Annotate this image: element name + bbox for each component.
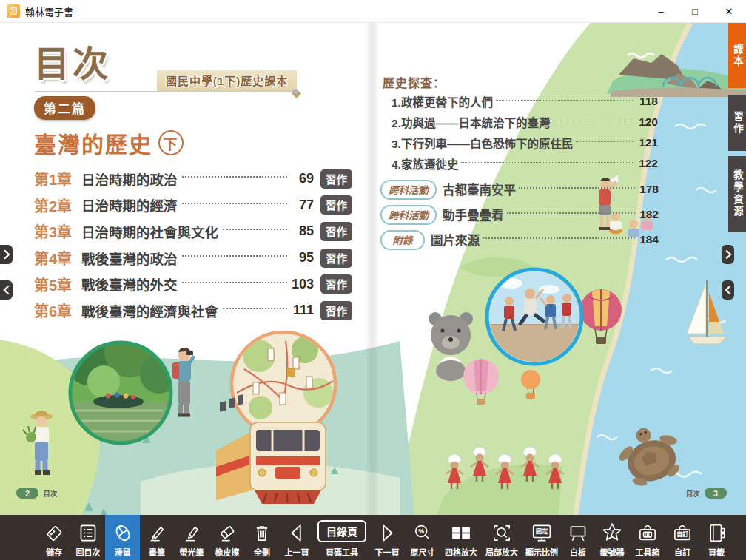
svg-text:自訂: 自訂	[676, 530, 688, 538]
eraser-icon	[215, 522, 240, 544]
explore-page: 120	[637, 115, 658, 129]
chapter-page: 95	[290, 250, 314, 266]
toolbar-custom[interactable]: 自訂 自訂	[665, 515, 699, 560]
activity-row[interactable]: 跨科活動 動手疊疊看 182	[380, 202, 659, 227]
toolbar-save[interactable]: 儲存	[37, 515, 71, 560]
toolbar-whiteboard[interactable]: 白板	[562, 515, 594, 560]
chevron-right-icon	[724, 249, 733, 260]
volume-circle: 下	[158, 130, 184, 155]
explore-row[interactable]: 4.家族遷徙史 122	[392, 153, 658, 174]
toolbar-toolbox[interactable]: 工具箱	[630, 515, 665, 560]
page-number-pill: 3	[705, 488, 727, 499]
workbook-badge[interactable]: 習作	[320, 222, 352, 241]
maximize-button[interactable]: □	[678, 0, 712, 22]
explore-row[interactable]: 3.下行列車——白色恐怖下的原住民 121	[392, 132, 658, 153]
map-illustration-photo	[232, 332, 335, 436]
app-window: 翰林電子書 – □ ✕	[0, 0, 746, 560]
dotted-leader	[182, 255, 287, 257]
chapter-row[interactable]: 第5章 戰後臺灣的外交 103 習作	[34, 271, 352, 297]
toolbar-area-zoom[interactable]: 局部放大	[482, 515, 522, 560]
tab-workbook[interactable]: 習作	[728, 95, 746, 151]
chevron-left-icon	[724, 285, 733, 295]
next-page-icon	[374, 522, 400, 544]
activity-pill: 跨科活動	[380, 205, 437, 225]
svg-text:%: %	[418, 527, 424, 535]
chapter-row[interactable]: 第6章 戰後臺灣的經濟與社會 111 習作	[34, 297, 352, 324]
chapter-title: 戰後臺灣的外交	[81, 274, 178, 294]
chapter-number: 第2章	[34, 195, 81, 216]
left-edge-forward-button[interactable]	[0, 245, 13, 264]
activity-page: 182	[638, 208, 659, 221]
dotted-leader	[182, 203, 287, 204]
tab-textbook[interactable]: 課本	[728, 23, 746, 88]
chapter-row[interactable]: 第3章 日治時期的社會與文化 85 習作	[34, 218, 352, 245]
dotted-leader	[182, 176, 287, 178]
activity-row[interactable]: 附錄 圖片來源 184	[380, 227, 659, 252]
chapter-title: 戰後臺灣的政治	[81, 249, 178, 268]
chapter-number: 第5章	[34, 274, 81, 295]
tab-teaching-resources[interactable]: 教學資源	[728, 156, 746, 232]
toc-page-button[interactable]: 目錄頁	[317, 520, 366, 542]
dotted-leader	[507, 212, 636, 214]
activity-pill: 跨科活動	[380, 180, 437, 200]
page-title: 目次	[34, 35, 111, 87]
left-edge-back-button[interactable]	[0, 280, 13, 300]
chapter-row[interactable]: 第4章 戰後臺灣的政治 95 習作	[34, 245, 352, 271]
page-tabs-icon	[704, 522, 729, 544]
dotted-leader	[223, 308, 287, 309]
dotted-leader	[182, 282, 287, 283]
explore-text: 1.政權更替下的人們	[392, 93, 493, 109]
section-title-text: 臺灣的歷史	[34, 126, 152, 159]
workbook-badge[interactable]: 習作	[320, 169, 352, 189]
workbook-badge[interactable]: 習作	[320, 274, 352, 294]
dancers-photo	[487, 269, 582, 364]
custom-box-icon: 自訂	[670, 522, 695, 544]
right-edge-forward-button[interactable]	[722, 245, 734, 264]
explore-list: 1.政權更替下的人們 118 2.功與過——日本統治下的臺灣 120 3.下行列…	[392, 91, 658, 174]
toolbar-mouse[interactable]: 滑鼠	[105, 515, 140, 560]
toolbar-eraser[interactable]: 橡皮擦	[209, 515, 245, 560]
chapter-page: 111	[290, 303, 314, 318]
chapter-title: 日治時期的政治	[81, 169, 178, 189]
whiteboard-icon	[565, 522, 591, 544]
activity-text: 動手疊疊看	[443, 206, 504, 223]
save-icon	[41, 522, 67, 544]
toolbar-page-tool[interactable]: 目錄頁 頁碼工具	[315, 515, 369, 560]
toolbar-next-page[interactable]: 下一頁	[369, 515, 405, 560]
toolbar-highlighter[interactable]: 螢光筆	[174, 515, 209, 560]
dotted-leader	[461, 162, 634, 163]
workbook-badge[interactable]: 習作	[320, 249, 352, 268]
toolbar-number-picker[interactable]: 7 籤號器	[594, 515, 630, 560]
activity-text: 古都臺南安平	[443, 181, 516, 198]
toolbar-previous-page[interactable]: 上一頁	[279, 515, 315, 560]
book-subtitle-ribbon: 國民中學(1下)歷史課本	[157, 70, 297, 91]
toolbar-display-scale[interactable]: 固定 顯示比例	[522, 515, 562, 560]
chapter-number: 第3章	[34, 220, 81, 242]
app-title: 翰林電子書	[25, 4, 73, 18]
activity-row[interactable]: 跨科活動 古都臺南安平 178	[380, 177, 659, 202]
toolbar-back-to-toc[interactable]: 回目次	[71, 515, 105, 560]
explore-row[interactable]: 1.政權更替下的人們 118	[392, 91, 658, 112]
explore-row[interactable]: 2.功與過——日本統治下的臺灣 120	[392, 112, 658, 132]
explore-text: 3.下行列車——白色恐怖下的原住民	[392, 135, 573, 151]
toolbar-pen[interactable]: 畫筆	[140, 515, 174, 560]
titlebar: 翰林電子書 – □ ✕	[0, 0, 746, 23]
explore-page: 122	[637, 157, 658, 170]
svg-text:7: 7	[610, 528, 614, 537]
chapter-row[interactable]: 第2章 日治時期的經濟 77 習作	[34, 192, 352, 219]
explore-page: 118	[637, 95, 658, 108]
dotted-leader	[496, 100, 634, 101]
toolbar-original-size[interactable]: % 原尺寸	[405, 515, 440, 560]
minimize-button[interactable]: –	[644, 0, 678, 22]
workbook-badge[interactable]: 習作	[320, 301, 352, 320]
right-edge-back-button[interactable]	[722, 280, 734, 300]
toolbar-delete-all[interactable]: 全刪	[245, 515, 279, 560]
close-button[interactable]: ✕	[712, 0, 746, 22]
chapter-page: 77	[290, 198, 314, 213]
toolbar-page-tabs[interactable]: 頁籤	[699, 515, 733, 560]
app-logo-icon	[7, 4, 20, 18]
chapter-row[interactable]: 第1章 日治時期的政治 69 習作	[34, 166, 352, 192]
workbook-badge[interactable]: 習作	[320, 195, 352, 215]
chevron-left-icon	[2, 285, 11, 295]
toolbar-quad-zoom[interactable]: 四格放大	[440, 515, 482, 560]
